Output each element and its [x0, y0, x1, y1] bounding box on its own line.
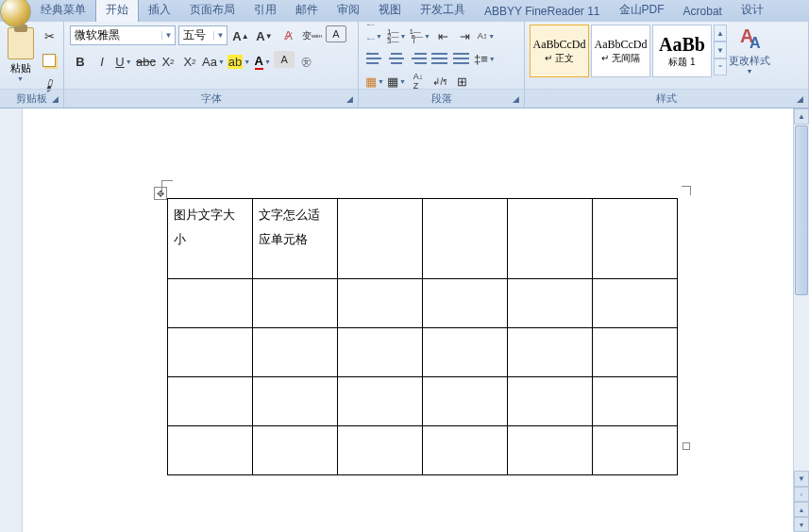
table-cell[interactable]: [338, 279, 423, 328]
justify-button[interactable]: [430, 48, 450, 69]
paragraph-launcher[interactable]: ◢: [509, 92, 522, 106]
page[interactable]: ✥ 图片文字大小 文字怎么适应单元格: [63, 123, 781, 528]
table-cell[interactable]: [508, 279, 593, 328]
text-direction-button[interactable]: A↕▼: [476, 25, 497, 46]
table-cell[interactable]: [593, 328, 678, 377]
style-gallery-scroll[interactable]: ▲▼⁼: [714, 25, 727, 75]
tab-acrobat[interactable]: Acrobat: [674, 2, 732, 22]
tab-abbyy[interactable]: ABBYY FineReader 11: [475, 2, 610, 22]
table-cell[interactable]: 图片文字大小: [168, 199, 253, 279]
table-cell[interactable]: [593, 279, 678, 328]
table-cell[interactable]: [338, 328, 423, 377]
line-spacing-button[interactable]: ‡≡▼: [473, 48, 497, 69]
tab-review[interactable]: 审阅: [328, 0, 369, 22]
vertical-ruler[interactable]: [0, 108, 23, 532]
table-cell[interactable]: [508, 328, 593, 377]
font-size-combo[interactable]: 五号 ▼: [178, 25, 228, 45]
table-row[interactable]: [168, 328, 678, 377]
clear-format-button[interactable]: A̷: [278, 25, 298, 46]
underline-button[interactable]: U▼: [113, 51, 134, 72]
styles-launcher[interactable]: ◢: [793, 92, 806, 106]
table-cell[interactable]: [168, 377, 253, 426]
table-row[interactable]: [168, 279, 678, 328]
grow-font-button[interactable]: A▲: [230, 25, 251, 46]
scroll-up-button[interactable]: ▲: [794, 108, 809, 125]
scroll-thumb[interactable]: [795, 125, 808, 295]
tab-layout[interactable]: 页面布局: [180, 0, 244, 22]
align-right-button[interactable]: [408, 48, 429, 69]
table-cell[interactable]: [593, 426, 678, 475]
table-cell[interactable]: [253, 279, 338, 328]
table-cell[interactable]: [423, 279, 508, 328]
table-cell[interactable]: [423, 328, 508, 377]
tab-kingsoft-pdf[interactable]: 金山PDF: [610, 0, 674, 22]
increase-indent-button[interactable]: ⇥: [454, 25, 475, 46]
table-move-handle[interactable]: ✥: [154, 187, 167, 200]
tab-references[interactable]: 引用: [244, 0, 286, 22]
table-cell[interactable]: [168, 328, 253, 377]
table-cell[interactable]: [423, 426, 508, 475]
strike-button[interactable]: abc: [135, 51, 157, 72]
copy-button[interactable]: [39, 50, 59, 71]
style-heading1[interactable]: AaBb 标题 1: [652, 25, 712, 77]
bold-button[interactable]: B: [70, 51, 91, 72]
table-cell[interactable]: [338, 426, 423, 475]
table-cell[interactable]: [593, 199, 678, 279]
distribute-button[interactable]: [451, 48, 472, 69]
paste-button[interactable]: 粘贴 ▼: [4, 24, 37, 86]
change-styles-button[interactable]: AA 更改样式 ▼: [728, 24, 771, 75]
table-cell[interactable]: [253, 328, 338, 377]
font-launcher[interactable]: ◢: [343, 92, 356, 106]
table-cell[interactable]: [593, 377, 678, 426]
table-cell[interactable]: [508, 377, 593, 426]
table-cell[interactable]: [253, 426, 338, 475]
scroll-down-button[interactable]: ▼: [794, 471, 809, 487]
tab-design[interactable]: 设计: [732, 0, 773, 22]
phonetic-guide-button[interactable]: 变wén: [301, 25, 323, 46]
table-cell[interactable]: [508, 199, 593, 279]
table-resize-handle[interactable]: [683, 442, 690, 450]
table-cell[interactable]: [338, 199, 423, 279]
tab-classic[interactable]: 经典菜单: [31, 0, 95, 22]
style-nospacing[interactable]: AaBbCcDd ↵ 无间隔: [591, 25, 650, 77]
style-normal[interactable]: AaBbCcDd ↵ 正文: [530, 25, 589, 77]
table-cell[interactable]: [423, 377, 508, 426]
table-cell[interactable]: [168, 279, 253, 328]
next-page-button[interactable]: ▾: [794, 517, 809, 532]
tab-insert[interactable]: 插入: [139, 0, 180, 22]
font-family-combo[interactable]: 微软雅黑 ▼: [70, 25, 176, 45]
clipboard-launcher[interactable]: ◢: [48, 92, 61, 106]
superscript-button[interactable]: X2: [179, 51, 200, 72]
table-row[interactable]: [168, 426, 678, 475]
highlight-button[interactable]: ab▼: [227, 51, 251, 72]
document-table[interactable]: 图片文字大小 文字怎么适应单元格: [167, 198, 678, 475]
decrease-indent-button[interactable]: ⇤: [432, 25, 453, 46]
shrink-font-button[interactable]: A▼: [254, 25, 275, 46]
multilevel-button[interactable]: 1— a— i▼: [408, 25, 431, 46]
table-cell[interactable]: [338, 377, 423, 426]
prev-page-button[interactable]: ▴: [794, 502, 809, 517]
table-cell[interactable]: [253, 377, 338, 426]
table-cell[interactable]: 文字怎么适应单元格: [253, 199, 338, 279]
vertical-scrollbar[interactable]: ▲ ▼ ◦ ▴ ▾: [793, 108, 809, 532]
table-cell[interactable]: [423, 199, 508, 279]
cut-button[interactable]: ✂: [39, 25, 59, 46]
enclose-char-button[interactable]: ㊛: [295, 51, 316, 72]
italic-button[interactable]: I: [92, 51, 112, 72]
bullets-button[interactable]: ▼: [364, 25, 385, 46]
table-cell[interactable]: [508, 426, 593, 475]
document-body[interactable]: ✥ 图片文字大小 文字怎么适应单元格: [23, 108, 809, 532]
table-cell[interactable]: [168, 426, 253, 475]
subscript-button[interactable]: X2: [158, 51, 178, 72]
align-left-button[interactable]: [364, 48, 385, 69]
align-center-button[interactable]: [386, 48, 407, 69]
table-row[interactable]: 图片文字大小 文字怎么适应单元格: [168, 199, 678, 279]
char-border-button[interactable]: A: [326, 25, 346, 42]
tab-developer[interactable]: 开发工具: [411, 0, 475, 22]
numbering-button[interactable]: 1—2—3—▼: [386, 25, 407, 46]
change-case-button[interactable]: Aa▼: [201, 51, 226, 72]
tab-view[interactable]: 视图: [369, 0, 411, 22]
tab-mailings[interactable]: 邮件: [286, 0, 328, 22]
char-shading-button[interactable]: A: [274, 51, 295, 68]
table-row[interactable]: [168, 377, 678, 426]
